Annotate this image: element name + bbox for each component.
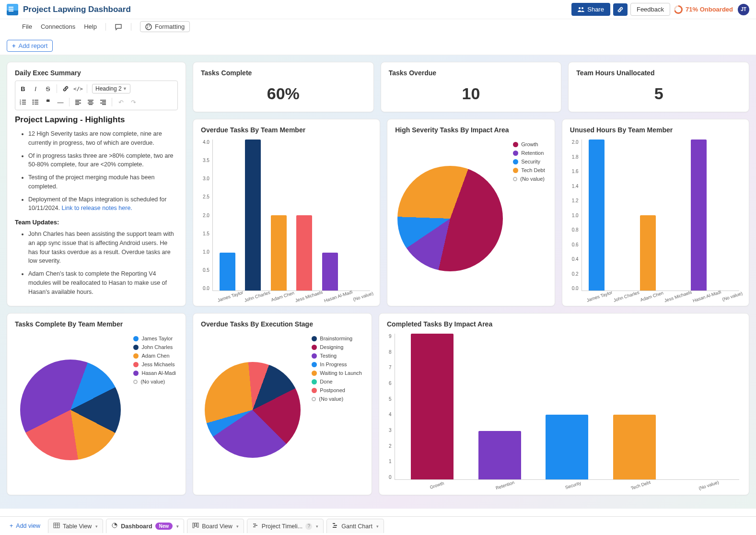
metric-value: 60% (201, 81, 366, 105)
legend-swatch-icon (133, 336, 139, 341)
legend-swatch-icon (312, 345, 317, 350)
metric-value: 5 (576, 81, 741, 105)
card-title: Daily Exec Summary (15, 69, 178, 77)
add-report-button[interactable]: + Add report (7, 40, 53, 52)
chart-bar[interactable] (589, 140, 605, 291)
code-button[interactable]: </> (72, 83, 84, 94)
card-title: Tasks Complete (201, 69, 366, 77)
legend-swatch-icon (133, 345, 139, 350)
link-insert-button[interactable] (60, 83, 71, 94)
chart-overdue-by-stage: Overdue Tasks By Execution Stage Brainst… (193, 313, 372, 495)
chat-icon[interactable] (115, 23, 122, 31)
legend-swatch-icon (312, 353, 317, 359)
chart-bar[interactable] (613, 415, 656, 479)
legend-item[interactable]: Growth (513, 141, 545, 147)
svg-point-0 (146, 24, 151, 30)
legend-item[interactable]: Jess Michaels (133, 361, 176, 367)
legend-swatch-icon (312, 397, 316, 401)
formatting-button[interactable]: Formatting (140, 21, 190, 32)
share-button[interactable]: Share (571, 3, 610, 16)
chart-bar[interactable] (640, 215, 656, 291)
team-updates-label: Team Updates: (15, 219, 178, 226)
legend-item[interactable]: (No value) (513, 176, 545, 182)
card-title: Tasks Complete By Team Member (15, 320, 178, 328)
link-button[interactable] (613, 3, 628, 16)
align-right-button[interactable] (97, 96, 109, 108)
chart-bar[interactable] (245, 140, 261, 291)
summary-card: Daily Exec Summary B I S </> Heading 2 ▼ (7, 62, 186, 306)
svg-text:3: 3 (20, 103, 21, 105)
legend-item[interactable]: Adam Chen (133, 353, 176, 359)
card-title: Tasks Overdue (389, 69, 554, 77)
legend-swatch-icon (312, 336, 317, 341)
quote-button[interactable]: ❝ (42, 96, 54, 108)
chart-bar[interactable] (691, 140, 707, 291)
release-notes-link[interactable]: Link to release notes here. (62, 205, 132, 211)
strike-button[interactable]: S (42, 83, 54, 94)
pie-chart[interactable] (20, 360, 121, 460)
legend-swatch-icon (133, 371, 139, 376)
chart-bar[interactable] (478, 431, 521, 479)
legend-item[interactable]: Hasan Al-Madi (133, 370, 176, 376)
legend-item[interactable]: (No value) (312, 396, 362, 402)
legend-item[interactable]: John Charles (133, 344, 176, 350)
undo-button[interactable]: ↶ (115, 96, 127, 108)
ordered-list-icon: 123 (20, 99, 26, 105)
hr-button[interactable]: — (55, 96, 66, 108)
page-title: Project Lapwing Dashboard (23, 5, 131, 14)
svg-point-7 (33, 100, 34, 101)
chart-bar[interactable] (296, 215, 312, 291)
feedback-button[interactable]: Feedback (630, 3, 670, 16)
ordered-list-button[interactable]: 123 (17, 96, 29, 108)
chart-bar[interactable] (411, 334, 454, 479)
menu-connections[interactable]: Connections (41, 23, 75, 30)
legend-item[interactable]: Tech Debt (513, 167, 545, 173)
legend-item[interactable]: James Taylor (133, 336, 176, 341)
legend-swatch-icon (133, 362, 139, 367)
people-icon (578, 7, 584, 12)
legend-item[interactable]: Done (312, 379, 362, 384)
chart-bar[interactable] (546, 415, 588, 479)
summary-body[interactable]: Project Lapwing - Highlights 12 High Sev… (15, 115, 178, 296)
pie-chart[interactable] (397, 166, 503, 271)
align-left-button[interactable] (72, 96, 84, 108)
legend-item[interactable]: Retention (513, 150, 545, 156)
bold-button[interactable]: B (17, 83, 29, 94)
progress-ring-icon (674, 5, 683, 14)
link-icon (617, 6, 624, 13)
legend-item[interactable]: (No value) (133, 379, 176, 384)
card-title: Completed Tasks By Impact Area (387, 320, 741, 328)
svg-point-8 (33, 102, 34, 103)
menu-help[interactable]: Help (84, 23, 97, 30)
align-center-button[interactable] (85, 96, 96, 108)
svg-point-2 (149, 25, 150, 26)
card-title: Unused Hours By Team Member (570, 126, 741, 134)
legend-item[interactable]: In Progress (312, 361, 362, 367)
pie-chart[interactable] (205, 362, 301, 458)
avatar[interactable]: JT (738, 4, 749, 15)
summary-bullet: Adam Chen's task to complete the Reporti… (28, 269, 178, 296)
legend-item[interactable]: Designing (312, 344, 362, 350)
chart-completed-by-area: Completed Tasks By Impact Area 987654321… (379, 313, 749, 495)
app-logo[interactable] (7, 4, 18, 15)
bullet-list-button[interactable] (30, 96, 41, 108)
chart-bar[interactable] (322, 253, 338, 291)
text-toolbar: B I S </> Heading 2 ▼ 123 (15, 81, 178, 110)
legend-item[interactable]: Testing (312, 353, 362, 359)
italic-button[interactable]: I (30, 83, 41, 94)
chart-bar[interactable] (271, 215, 287, 291)
chart-bar[interactable] (220, 253, 235, 291)
heading-select[interactable]: Heading 2 ▼ (92, 84, 130, 93)
legend-item[interactable]: Waiting to Launch (312, 370, 362, 376)
onboarded-status[interactable]: 71% Onboarded (674, 5, 733, 14)
legend-item[interactable]: Security (513, 159, 545, 164)
redo-button[interactable]: ↷ (128, 96, 139, 108)
legend-item[interactable]: Brainstorming (312, 336, 362, 341)
menu-file[interactable]: File (22, 23, 32, 30)
align-center-icon (87, 99, 94, 105)
link-icon (62, 85, 69, 92)
card-title: Team Hours Unallocated (576, 69, 741, 77)
svg-point-9 (33, 104, 34, 105)
summary-bullet: Testing of the project merging module ha… (28, 173, 178, 191)
legend-item[interactable]: Postponed (312, 387, 362, 393)
